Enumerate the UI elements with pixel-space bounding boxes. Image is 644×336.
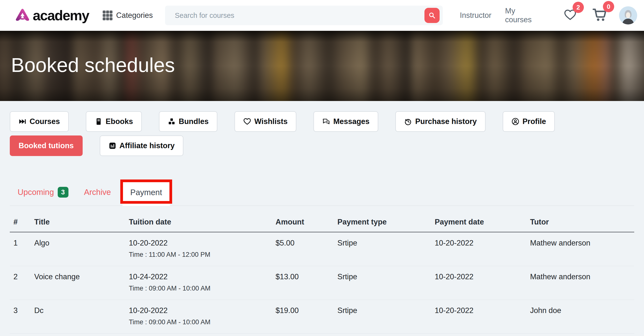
brand-name: academy <box>33 7 89 24</box>
table-header-row: # Title Tuition date Amount Payment type… <box>10 211 634 232</box>
cell-tutor: Mathew anderson <box>526 232 634 266</box>
cell-tutor: Mathew anderson <box>526 266 634 300</box>
top-navbar: academy Categories Instructor My courses… <box>0 0 644 31</box>
cell-payment-date: 10-20-2022 <box>431 300 526 334</box>
cart-button[interactable]: 0 <box>593 8 607 22</box>
menu-button-courses[interactable]: Courses <box>10 111 69 132</box>
menu-button-affiliate-history[interactable]: Affiliate history <box>100 136 184 156</box>
col-header-tutor: Tutor <box>526 211 634 232</box>
col-header-title: Title <box>30 211 125 232</box>
cell-tuition-date: 10-20-2022 Time : 11:00 AM - 12:00 PM <box>125 232 272 266</box>
search-input[interactable] <box>165 6 434 25</box>
tuition-date: 10-24-2022 <box>129 272 270 281</box>
skip-forward-icon <box>18 118 26 126</box>
menu-button-ebooks[interactable]: Ebooks <box>86 111 142 132</box>
cell-amount: $19.00 <box>272 300 334 334</box>
cell-tuition-date: 10-20-2022 Time : 09:00 AM - 10:00 AM <box>125 300 272 334</box>
tab-payment-label: Payment <box>130 188 162 197</box>
menu-button-label: Wishlists <box>254 117 288 126</box>
cell-payment-type: Srtipe <box>334 232 431 266</box>
history-icon <box>404 118 412 126</box>
upcoming-count-badge: 3 <box>58 187 68 198</box>
menu-button-label: Profile <box>522 117 546 126</box>
cell-title: Dc <box>30 300 125 334</box>
menu-button-messages[interactable]: Messages <box>314 111 378 132</box>
cell-amount: $5.00 <box>272 232 334 266</box>
page-title: Booked schedules <box>11 54 175 76</box>
avatar-person-icon <box>619 6 637 24</box>
table-row: 3 Dc 10-20-2022 Time : 09:00 AM - 10:00 … <box>10 300 634 334</box>
tab-archive-label: Archive <box>84 188 111 197</box>
menu-button-wishlists[interactable]: Wishlists <box>234 111 296 132</box>
menu-button-bundles[interactable]: Bundles <box>159 111 217 132</box>
cell-title: Algo <box>30 232 125 266</box>
grid-icon <box>103 10 112 20</box>
cell-num: 2 <box>10 266 30 300</box>
menu-button-profile[interactable]: Profile <box>503 111 555 132</box>
schedule-tabs: Upcoming 3 Archive Payment <box>10 180 634 206</box>
menu-button-label: Purchase history <box>415 117 477 126</box>
cell-num: 1 <box>10 232 30 266</box>
col-header-tuition-date: Tuition date <box>125 211 272 232</box>
menu-button-booked-tutions[interactable]: Booked tutions <box>10 136 83 156</box>
col-header-amount: Amount <box>272 211 334 232</box>
cell-payment-date: 10-20-2022 <box>431 266 526 300</box>
tuition-time: Time : 09:00 AM - 10:00 AM <box>129 285 270 292</box>
cell-payment-date: 10-20-2022 <box>431 232 526 266</box>
avatar[interactable] <box>619 6 637 24</box>
brand-logo[interactable]: academy <box>15 7 89 24</box>
account-menu: Courses Ebooks Bundles Wishlists <box>0 101 644 156</box>
bar-chart-icon <box>108 142 116 150</box>
chat-icon <box>322 118 330 126</box>
cell-amount: $13.00 <box>272 266 334 300</box>
tuition-time: Time : 11:00 AM - 12:00 PM <box>129 251 270 258</box>
tuition-time: Time : 09:00 AM - 10:00 AM <box>129 318 270 326</box>
menu-button-label: Booked tutions <box>18 141 74 150</box>
search-button[interactable] <box>424 8 440 23</box>
person-circle-icon <box>512 118 519 126</box>
menu-button-purchase-history[interactable]: Purchase history <box>395 111 486 132</box>
categories-label: Categories <box>116 11 153 20</box>
wishlist-button[interactable]: 2 <box>564 9 576 22</box>
tuition-date: 10-20-2022 <box>129 306 270 315</box>
nav-link-instructor[interactable]: Instructor <box>460 11 492 20</box>
menu-button-label: Bundles <box>179 117 208 126</box>
tab-payment[interactable]: Payment <box>122 180 170 206</box>
tab-upcoming-label: Upcoming <box>18 188 54 197</box>
tab-archive[interactable]: Archive <box>76 180 119 206</box>
col-header-num: # <box>10 211 30 232</box>
cell-payment-type: Srtipe <box>334 266 431 300</box>
cart-count-badge: 0 <box>603 1 614 12</box>
book-icon <box>94 118 102 126</box>
menu-button-label: Ebooks <box>106 117 133 126</box>
menu-button-label: Messages <box>333 117 370 126</box>
wishlist-count-badge: 2 <box>572 2 584 13</box>
academy-logo-icon <box>15 8 30 23</box>
cell-tuition-date: 10-24-2022 Time : 09:00 AM - 10:00 AM <box>125 266 272 300</box>
menu-button-label: Courses <box>30 117 60 126</box>
cell-tutor: John doe <box>526 300 634 334</box>
cell-payment-type: Srtipe <box>334 300 431 334</box>
col-header-payment-date: Payment date <box>431 211 526 232</box>
search-bar <box>165 6 443 25</box>
boxes-icon <box>168 118 176 126</box>
categories-menu[interactable]: Categories <box>103 10 153 20</box>
tuition-date: 10-20-2022 <box>129 239 270 248</box>
table-row: 1 Algo 10-20-2022 Time : 11:00 AM - 12:0… <box>10 232 634 266</box>
payments-table-container: # Title Tuition date Amount Payment type… <box>10 211 634 334</box>
table-row: 2 Voice change 10-24-2022 Time : 09:00 A… <box>10 266 634 300</box>
search-icon <box>428 12 436 19</box>
payments-table: # Title Tuition date Amount Payment type… <box>10 211 634 334</box>
menu-button-label: Affiliate history <box>120 141 175 150</box>
nav-link-my-courses[interactable]: My courses <box>505 6 541 24</box>
col-header-payment-type: Payment type <box>334 211 431 232</box>
cell-num: 3 <box>10 300 30 334</box>
cell-title: Voice change <box>30 266 125 300</box>
heart-outline-icon <box>243 118 251 126</box>
hero-banner: Booked schedules <box>0 31 644 101</box>
tab-upcoming[interactable]: Upcoming 3 <box>10 180 76 206</box>
